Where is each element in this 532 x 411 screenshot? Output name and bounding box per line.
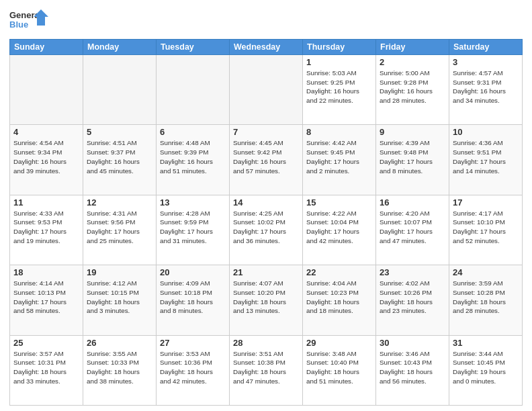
weekday-header-row: SundayMondayTuesdayWednesdayThursdayFrid… — [10, 40, 523, 55]
day-number: 6 — [160, 127, 226, 137]
day-info: Sunrise: 3:57 AM Sunset: 10:31 PM Daylig… — [13, 349, 79, 386]
calendar-cell: 17Sunrise: 4:17 AM Sunset: 10:10 PM Dayl… — [449, 195, 523, 265]
calendar-cell: 24Sunrise: 3:59 AM Sunset: 10:28 PM Dayl… — [449, 265, 523, 335]
day-number: 5 — [87, 127, 152, 137]
calendar-cell: 25Sunrise: 3:57 AM Sunset: 10:31 PM Dayl… — [10, 335, 83, 405]
day-info: Sunrise: 3:55 AM Sunset: 10:33 PM Daylig… — [87, 349, 152, 386]
weekday-header-sunday: Sunday — [10, 40, 83, 55]
day-info: Sunrise: 4:09 AM Sunset: 10:18 PM Daylig… — [160, 279, 226, 316]
day-number: 19 — [87, 267, 152, 277]
calendar-cell: 30Sunrise: 3:46 AM Sunset: 10:43 PM Dayl… — [376, 335, 449, 405]
day-info: Sunrise: 3:53 AM Sunset: 10:36 PM Daylig… — [160, 349, 226, 386]
calendar-cell: 18Sunrise: 4:14 AM Sunset: 10:13 PM Dayl… — [10, 265, 83, 335]
day-number: 20 — [160, 267, 226, 277]
calendar-cell: 28Sunrise: 3:51 AM Sunset: 10:38 PM Dayl… — [230, 335, 303, 405]
calendar-cell: 22Sunrise: 4:04 AM Sunset: 10:23 PM Dayl… — [303, 265, 376, 335]
calendar-cell: 10Sunrise: 4:36 AM Sunset: 9:51 PM Dayli… — [449, 125, 523, 195]
day-info: Sunrise: 4:39 AM Sunset: 9:48 PM Dayligh… — [380, 138, 445, 175]
day-number: 28 — [233, 338, 299, 348]
day-info: Sunrise: 4:04 AM Sunset: 10:23 PM Daylig… — [306, 279, 372, 316]
calendar-cell: 12Sunrise: 4:31 AM Sunset: 9:56 PM Dayli… — [83, 195, 157, 265]
day-info: Sunrise: 4:14 AM Sunset: 10:13 PM Daylig… — [13, 279, 79, 316]
day-number: 12 — [87, 197, 152, 208]
day-info: Sunrise: 4:31 AM Sunset: 9:56 PM Dayligh… — [87, 209, 152, 246]
logo-svg: GeneralBlue — [9, 7, 50, 35]
day-info: Sunrise: 4:33 AM Sunset: 9:53 PM Dayligh… — [13, 209, 79, 246]
day-info: Sunrise: 4:25 AM Sunset: 10:02 PM Daylig… — [233, 209, 299, 246]
calendar-cell: 4Sunrise: 4:54 AM Sunset: 9:34 PM Daylig… — [10, 125, 83, 195]
calendar-cell: 7Sunrise: 4:45 AM Sunset: 9:42 PM Daylig… — [230, 125, 303, 195]
calendar-table: SundayMondayTuesdayWednesdayThursdayFrid… — [9, 39, 523, 406]
day-number: 25 — [13, 338, 79, 348]
day-number: 26 — [87, 338, 152, 348]
day-number: 9 — [380, 127, 445, 137]
logo: GeneralBlue — [9, 7, 50, 35]
day-number: 7 — [233, 127, 299, 137]
day-info: Sunrise: 3:44 AM Sunset: 10:45 PM Daylig… — [453, 349, 519, 386]
day-info: Sunrise: 4:02 AM Sunset: 10:26 PM Daylig… — [380, 279, 445, 316]
weekday-header-monday: Monday — [83, 40, 157, 55]
week-row-1: 1Sunrise: 5:03 AM Sunset: 9:25 PM Daylig… — [10, 55, 523, 125]
day-number: 31 — [453, 338, 519, 348]
calendar-cell: 21Sunrise: 4:07 AM Sunset: 10:20 PM Dayl… — [230, 265, 303, 335]
day-info: Sunrise: 4:28 AM Sunset: 9:59 PM Dayligh… — [160, 209, 226, 246]
calendar-cell: 9Sunrise: 4:39 AM Sunset: 9:48 PM Daylig… — [376, 125, 449, 195]
day-number: 15 — [306, 197, 372, 208]
calendar-cell: 6Sunrise: 4:48 AM Sunset: 9:39 PM Daylig… — [157, 125, 230, 195]
calendar-cell: 2Sunrise: 5:00 AM Sunset: 9:28 PM Daylig… — [376, 55, 449, 125]
day-number: 10 — [453, 127, 519, 137]
calendar-cell — [230, 55, 303, 125]
day-info: Sunrise: 4:12 AM Sunset: 10:15 PM Daylig… — [87, 279, 152, 316]
day-number: 17 — [453, 197, 519, 208]
calendar-cell: 23Sunrise: 4:02 AM Sunset: 10:26 PM Dayl… — [376, 265, 449, 335]
day-number: 23 — [380, 267, 445, 277]
day-number: 16 — [380, 197, 445, 208]
calendar-cell — [157, 55, 230, 125]
day-number: 14 — [233, 197, 299, 208]
calendar-cell: 19Sunrise: 4:12 AM Sunset: 10:15 PM Dayl… — [83, 265, 157, 335]
day-number: 27 — [160, 338, 226, 348]
week-row-4: 18Sunrise: 4:14 AM Sunset: 10:13 PM Dayl… — [10, 265, 523, 335]
day-info: Sunrise: 4:51 AM Sunset: 9:37 PM Dayligh… — [87, 138, 152, 175]
day-info: Sunrise: 4:22 AM Sunset: 10:04 PM Daylig… — [306, 209, 372, 246]
calendar-cell — [83, 55, 157, 125]
day-number: 4 — [13, 127, 79, 137]
day-info: Sunrise: 4:57 AM Sunset: 9:31 PM Dayligh… — [453, 68, 519, 105]
day-number: 1 — [306, 57, 372, 67]
day-number: 24 — [453, 267, 519, 277]
week-row-5: 25Sunrise: 3:57 AM Sunset: 10:31 PM Dayl… — [10, 335, 523, 405]
day-number: 8 — [306, 127, 372, 137]
day-info: Sunrise: 5:03 AM Sunset: 9:25 PM Dayligh… — [306, 68, 372, 105]
day-number: 29 — [306, 338, 372, 348]
calendar-cell: 13Sunrise: 4:28 AM Sunset: 9:59 PM Dayli… — [157, 195, 230, 265]
day-number: 3 — [453, 57, 519, 67]
weekday-header-thursday: Thursday — [303, 40, 376, 55]
top-area: GeneralBlue — [9, 7, 523, 35]
day-info: Sunrise: 4:17 AM Sunset: 10:10 PM Daylig… — [453, 209, 519, 246]
day-info: Sunrise: 4:36 AM Sunset: 9:51 PM Dayligh… — [453, 138, 519, 175]
calendar-cell: 11Sunrise: 4:33 AM Sunset: 9:53 PM Dayli… — [10, 195, 83, 265]
day-info: Sunrise: 3:59 AM Sunset: 10:28 PM Daylig… — [453, 279, 519, 316]
calendar-cell: 3Sunrise: 4:57 AM Sunset: 9:31 PM Daylig… — [449, 55, 523, 125]
day-info: Sunrise: 4:54 AM Sunset: 9:34 PM Dayligh… — [13, 138, 79, 175]
weekday-header-saturday: Saturday — [449, 40, 523, 55]
day-info: Sunrise: 4:45 AM Sunset: 9:42 PM Dayligh… — [233, 138, 299, 175]
day-info: Sunrise: 4:48 AM Sunset: 9:39 PM Dayligh… — [160, 138, 226, 175]
day-info: Sunrise: 3:48 AM Sunset: 10:40 PM Daylig… — [306, 349, 372, 386]
calendar-cell: 8Sunrise: 4:42 AM Sunset: 9:45 PM Daylig… — [303, 125, 376, 195]
week-row-2: 4Sunrise: 4:54 AM Sunset: 9:34 PM Daylig… — [10, 125, 523, 195]
weekday-header-tuesday: Tuesday — [157, 40, 230, 55]
day-info: Sunrise: 3:46 AM Sunset: 10:43 PM Daylig… — [380, 349, 445, 386]
day-info: Sunrise: 5:00 AM Sunset: 9:28 PM Dayligh… — [380, 68, 445, 105]
calendar-cell: 26Sunrise: 3:55 AM Sunset: 10:33 PM Dayl… — [83, 335, 157, 405]
page: GeneralBlue SundayMondayTuesdayWednesday… — [0, 0, 532, 411]
day-info: Sunrise: 4:42 AM Sunset: 9:45 PM Dayligh… — [306, 138, 372, 175]
calendar-cell: 31Sunrise: 3:44 AM Sunset: 10:45 PM Dayl… — [449, 335, 523, 405]
calendar-cell: 15Sunrise: 4:22 AM Sunset: 10:04 PM Dayl… — [303, 195, 376, 265]
calendar-cell: 1Sunrise: 5:03 AM Sunset: 9:25 PM Daylig… — [303, 55, 376, 125]
day-number: 2 — [380, 57, 445, 67]
calendar-cell: 5Sunrise: 4:51 AM Sunset: 9:37 PM Daylig… — [83, 125, 157, 195]
week-row-3: 11Sunrise: 4:33 AM Sunset: 9:53 PM Dayli… — [10, 195, 523, 265]
day-number: 30 — [380, 338, 445, 348]
svg-text:Blue: Blue — [9, 19, 28, 30]
